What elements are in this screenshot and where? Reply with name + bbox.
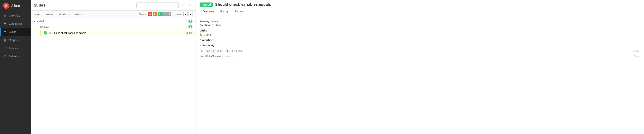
suites-header: Suites ℹ ⬇ bbox=[31, 0, 196, 10]
sidebar-item-overview[interactable]: ⌂ Overview bbox=[0, 12, 31, 20]
name-sort-icon: ⇕ bbox=[53, 13, 55, 15]
search-input[interactable] bbox=[136, 2, 179, 8]
sidebar-item-label: Suites bbox=[9, 30, 16, 34]
step-item-2[interactable]: ▶ @AfterScenario 1 sub-step 2ms bbox=[200, 54, 640, 59]
step-2-name: @AfterScenario 1 sub-step bbox=[204, 55, 634, 58]
briefcase-icon: 🗄 bbox=[3, 30, 7, 34]
link-item[interactable]: 🐛 VVD-1 bbox=[200, 33, 640, 36]
col-name-header[interactable]: name ⇕ bbox=[46, 13, 55, 16]
logo: A Allure bbox=[0, 0, 31, 12]
step-2-substep: 1 sub-step bbox=[224, 55, 234, 58]
severity-label: Severity: bbox=[200, 20, 210, 23]
bug-icon: 🐛 bbox=[200, 33, 203, 36]
status-badge-orange[interactable]: 0 bbox=[153, 12, 157, 16]
subgroup-label: Sample bbox=[40, 26, 49, 28]
status-badge-gray1[interactable]: 0 bbox=[162, 12, 166, 16]
duration-meta: Duration: ⏱ 36ms bbox=[200, 24, 640, 26]
detail-title-row: Passed Should check variables equals bbox=[200, 2, 640, 7]
chevron-down-icon: ▾ bbox=[34, 20, 35, 22]
detail-panel: Passed Should check variables equals Ove… bbox=[196, 0, 644, 134]
step-1-substep: 1 sub-step bbox=[232, 50, 242, 52]
bar-chart-icon: ▦ bbox=[3, 38, 7, 42]
tab-history[interactable]: History bbox=[217, 9, 232, 14]
order-sort-icon: ⇕ bbox=[40, 13, 42, 15]
clock-icon: ⏱ bbox=[212, 24, 214, 26]
detail-header: Passed Should check variables equals Ove… bbox=[196, 0, 644, 17]
logo-text: Allure bbox=[11, 4, 20, 8]
severity-value: normal bbox=[211, 20, 218, 23]
status-badges: 0 0 1 0 0 bbox=[148, 12, 171, 16]
mark-badge-square[interactable]: ■ bbox=[184, 12, 188, 16]
flag-icon: ⚑ bbox=[3, 22, 7, 26]
tree-items: ✓ #1 Should check variables equals 36ms bbox=[35, 30, 196, 36]
suites-tree: ▾batch-1 1 ▾Sample 1 ✓ #1 Should check v… bbox=[31, 18, 196, 134]
status-badge-red[interactable]: 0 bbox=[148, 12, 152, 16]
group-label: batch-1 bbox=[36, 20, 44, 23]
group-count-badge: 1 bbox=[188, 20, 192, 23]
test-duration: 36ms bbox=[186, 32, 192, 34]
logo-icon: A bbox=[3, 3, 9, 9]
list-icon: ☰ bbox=[3, 54, 7, 58]
severity-meta: Severity: normal bbox=[200, 20, 640, 23]
sidebar-item-behaviors[interactable]: ☰ Behaviors bbox=[0, 52, 31, 60]
test-body-header[interactable]: ▾ Test body bbox=[200, 44, 640, 47]
sidebar-item-suites[interactable]: 🗄 Suites bbox=[0, 28, 31, 36]
sidebar-item-label: Overview bbox=[9, 14, 20, 17]
test-body-label: Test body bbox=[203, 44, 214, 47]
tab-retries[interactable]: Retries bbox=[232, 9, 246, 14]
execution-section: ▾ Test body ▶ Then `1` is (⁼) `1` 1 sub-… bbox=[200, 44, 640, 59]
status-sort-icon: ⇕ bbox=[82, 13, 84, 15]
marks-filter-label: Marks: bbox=[174, 13, 182, 16]
sidebar: A Allure ⌂ Overview ⚑ Categories 🗄 Suite… bbox=[0, 0, 31, 134]
col-duration-header[interactable]: duration ⇕ bbox=[59, 13, 70, 16]
detail-body: Severity: normal Duration: ⏱ 36ms Links … bbox=[196, 17, 644, 134]
chevron-right-icon: ▶ bbox=[201, 55, 203, 58]
status-badge-gray2[interactable]: 0 bbox=[167, 12, 171, 16]
suites-panel: Suites ℹ ⬇ order ⇕ name ⇕ duration bbox=[31, 0, 196, 134]
chevron-down-icon: ▾ bbox=[38, 26, 40, 28]
detail-title: Should check variables equals bbox=[215, 2, 271, 7]
step-1-name: Then `1` is (⁼) `1` 1 sub-step bbox=[204, 50, 633, 52]
subgroup-count-badge: 1 bbox=[188, 25, 192, 28]
step-2-text: @AfterScenario bbox=[204, 55, 222, 58]
execution-section-title: Execution bbox=[200, 38, 640, 42]
code-1: `1` bbox=[211, 49, 216, 52]
sidebar-nav: ⌂ Overview ⚑ Categories 🗄 Suites ▦ Graph… bbox=[0, 12, 31, 134]
detail-tabs: Overview History Retries bbox=[200, 9, 640, 14]
sidebar-item-label: Categories bbox=[9, 22, 22, 25]
tree-subgroup: ▾Sample 1 ✓ #1 Should check variables eq… bbox=[31, 24, 196, 36]
sidebar-item-categories[interactable]: ⚑ Categories bbox=[0, 20, 31, 28]
col-order-header[interactable]: order ⇕ bbox=[34, 13, 42, 16]
mark-badge-triangle[interactable]: ▲ bbox=[188, 12, 192, 16]
link-label: VVD-1 bbox=[204, 33, 211, 36]
suites-title: Suites bbox=[34, 3, 45, 8]
marks-badges: ■ ▲ bbox=[184, 12, 192, 16]
sidebar-item-label: Graphs bbox=[9, 38, 18, 42]
status-badge-green[interactable]: 1 bbox=[158, 12, 162, 16]
checkmark-icon: ✓ bbox=[44, 31, 47, 34]
test-number: #1 bbox=[48, 32, 51, 34]
home-icon: ⌂ bbox=[3, 14, 7, 17]
passed-badge: Passed bbox=[200, 2, 213, 7]
sidebar-item-label: Timeline bbox=[9, 47, 19, 50]
sidebar-item-graphs[interactable]: ▦ Graphs bbox=[0, 36, 31, 44]
sidebar-item-label: Behaviors bbox=[9, 55, 21, 58]
info-button[interactable]: ℹ bbox=[180, 2, 186, 8]
step-item-1[interactable]: ▶ Then `1` is (⁼) `1` 1 sub-step 21ms bbox=[200, 48, 640, 54]
tree-group-batch1[interactable]: ▾batch-1 1 bbox=[31, 18, 196, 24]
suites-toolbar: ℹ ⬇ bbox=[136, 2, 192, 8]
duration-label: Duration: bbox=[200, 24, 211, 26]
clock-icon: ⏱ bbox=[3, 46, 7, 50]
download-button[interactable]: ⬇ bbox=[187, 2, 192, 8]
sidebar-item-timeline[interactable]: ⏱ Timeline bbox=[0, 44, 31, 52]
col-status-header[interactable]: status ⇕ bbox=[75, 13, 84, 16]
chevron-right-icon: ▶ bbox=[201, 50, 203, 52]
tab-overview[interactable]: Overview bbox=[200, 9, 217, 14]
tree-item[interactable]: ✓ #1 Should check variables equals 36ms bbox=[40, 30, 196, 36]
duration-sort-icon: ⇕ bbox=[69, 13, 70, 15]
links-section-title: Links bbox=[200, 29, 640, 32]
duration-value: 36ms bbox=[215, 24, 221, 26]
tree-subgroup-sample[interactable]: ▾Sample 1 bbox=[35, 24, 196, 30]
step-1-duration: 21ms bbox=[633, 50, 639, 52]
code-2: `1` bbox=[225, 49, 230, 52]
